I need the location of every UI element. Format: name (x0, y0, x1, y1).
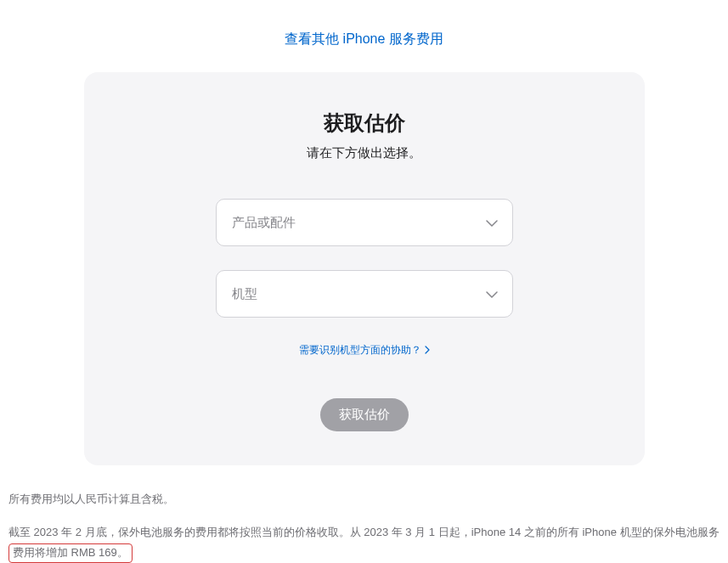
estimate-card: 获取估价 请在下方做出选择。 产品或配件 机型 需要识别机型方面的协助？ 获取估… (84, 72, 645, 465)
footer-line-1: 所有费用均以人民币计算且含税。 (8, 489, 720, 510)
help-link-text: 需要识别机型方面的协助？ (299, 343, 421, 358)
identify-model-help-link[interactable]: 需要识别机型方面的协助？ (299, 343, 430, 358)
model-select[interactable]: 机型 (216, 270, 513, 318)
product-select[interactable]: 产品或配件 (216, 199, 513, 246)
get-estimate-button[interactable]: 获取估价 (320, 398, 409, 431)
product-select-label: 产品或配件 (232, 215, 296, 231)
card-subtitle: 请在下方做出选择。 (118, 145, 611, 161)
footer-disclaimer: 所有费用均以人民币计算且含税。 截至 2023 年 2 月底，保外电池服务的费用… (0, 465, 728, 563)
card-title: 获取估价 (118, 110, 611, 137)
model-select-label: 机型 (232, 286, 257, 302)
price-increase-highlight: 费用将增加 RMB 169。 (8, 543, 133, 563)
footer-line-2: 截至 2023 年 2 月底，保外电池服务的费用都将按照当前的价格收取。从 20… (8, 522, 720, 563)
chevron-right-icon (425, 345, 430, 357)
other-services-link[interactable]: 查看其他 iPhone 服务费用 (285, 31, 443, 46)
